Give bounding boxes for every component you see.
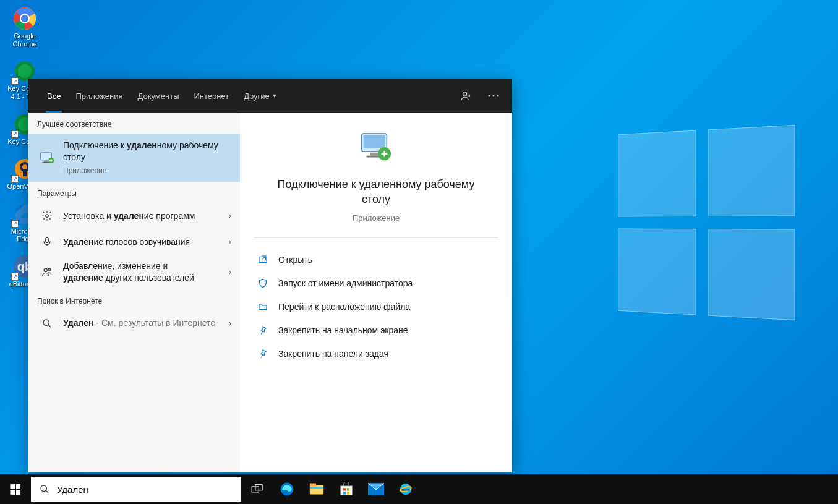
rdp-icon (358, 131, 394, 167)
tab-other[interactable]: Другие ▼ (236, 79, 284, 113)
search-results-list: Лучшее соответствие Подключение к удален… (28, 113, 240, 472)
svg-rect-40 (343, 488, 346, 490)
mic-icon (40, 234, 54, 249)
group-settings: Параметры (28, 182, 240, 203)
svg-rect-10 (23, 169, 27, 176)
shield-icon (257, 278, 268, 289)
chevron-right-icon: › (229, 237, 231, 246)
wallpaper-windows-logo (609, 130, 795, 315)
result-setting-voices[interactable]: Удаление голосов озвучивания › (28, 229, 240, 255)
taskbar-ie[interactable] (391, 474, 421, 504)
taskbar-edge[interactable] (272, 474, 302, 504)
result-setting-users[interactable]: Добавление, изменение иудаление других п… (28, 255, 240, 289)
search-details-pane: Подключение к удаленному рабочему столу … (240, 113, 512, 472)
gear-icon (40, 208, 54, 223)
svg-rect-37 (310, 484, 316, 487)
svg-point-3 (21, 15, 28, 22)
action-pin-taskbar[interactable]: Закрепить на панели задач (254, 342, 498, 365)
svg-point-13 (463, 92, 467, 96)
tab-apps[interactable]: Приложения (68, 79, 130, 113)
svg-rect-43 (347, 492, 349, 494)
people-icon (40, 265, 54, 280)
svg-rect-42 (343, 492, 346, 494)
chevron-right-icon: › (229, 211, 231, 220)
svg-point-14 (488, 95, 490, 96)
svg-rect-27 (364, 135, 385, 148)
search-icon (40, 316, 54, 331)
result-rdp-app[interactable]: Подключение к удаленному рабочему столу … (28, 134, 240, 182)
chevron-right-icon: › (229, 319, 231, 328)
result-title: Подключение к удаленному рабочему столу … (63, 140, 231, 176)
folder-icon (257, 301, 268, 312)
svg-point-21 (46, 215, 49, 218)
group-web: Поиск в Интернете (28, 289, 240, 310)
svg-point-23 (44, 268, 47, 271)
taskbar-store[interactable] (331, 474, 361, 504)
pin-icon (257, 348, 268, 359)
svg-point-24 (48, 268, 51, 271)
action-pin-start[interactable]: Закрепить на начальном экране (254, 318, 498, 342)
details-title: Подключение к удаленному рабочему столу (254, 177, 498, 207)
tab-internet[interactable]: Интернет (186, 79, 236, 113)
start-button[interactable] (0, 474, 30, 504)
desktop-icon-chrome[interactable]: Google Chrome (5, 6, 45, 48)
svg-point-32 (41, 485, 46, 491)
feedback-icon[interactable] (453, 79, 480, 113)
svg-rect-22 (46, 237, 49, 242)
svg-rect-38 (310, 487, 323, 489)
taskbar-search-box[interactable] (31, 477, 241, 502)
group-best-match: Лучшее соответствие (28, 113, 240, 134)
action-run-as-admin[interactable]: Запуск от имени администратора (254, 271, 498, 295)
svg-rect-41 (347, 488, 349, 490)
open-icon (257, 254, 268, 265)
pin-icon (257, 325, 268, 336)
svg-rect-28 (370, 153, 378, 156)
taskbar-mail[interactable] (361, 474, 391, 504)
start-search-panel: Все Приложения Документы Интернет Другие… (28, 79, 512, 472)
rdp-icon (40, 150, 54, 165)
chevron-down-icon: ▼ (271, 93, 277, 99)
chevron-right-icon: › (229, 268, 231, 276)
svg-rect-39 (341, 486, 353, 495)
tab-docs[interactable]: Документы (130, 79, 186, 113)
svg-rect-19 (43, 162, 50, 163)
result-web-search[interactable]: Удален - См. результаты в Интернете › (28, 310, 240, 336)
result-setting-programs[interactable]: Установка и удаление программ › (28, 203, 240, 229)
search-icon (40, 484, 49, 494)
search-tabs: Все Приложения Документы Интернет Другие… (28, 79, 512, 113)
details-subtitle: Приложение (254, 213, 498, 223)
svg-rect-18 (45, 160, 48, 161)
svg-point-5 (18, 64, 32, 78)
action-open[interactable]: Открыть (254, 248, 498, 271)
svg-point-15 (492, 95, 494, 96)
more-icon[interactable] (480, 79, 507, 113)
taskbar-explorer[interactable] (302, 474, 331, 504)
tab-all[interactable]: Все (40, 79, 68, 113)
svg-point-16 (497, 95, 498, 96)
taskbar (0, 474, 838, 504)
windows-logo-icon (10, 484, 20, 495)
svg-point-25 (43, 320, 49, 325)
task-view-button[interactable] (242, 474, 272, 504)
search-input[interactable] (57, 484, 233, 495)
action-open-location[interactable]: Перейти к расположению файла (254, 295, 498, 318)
